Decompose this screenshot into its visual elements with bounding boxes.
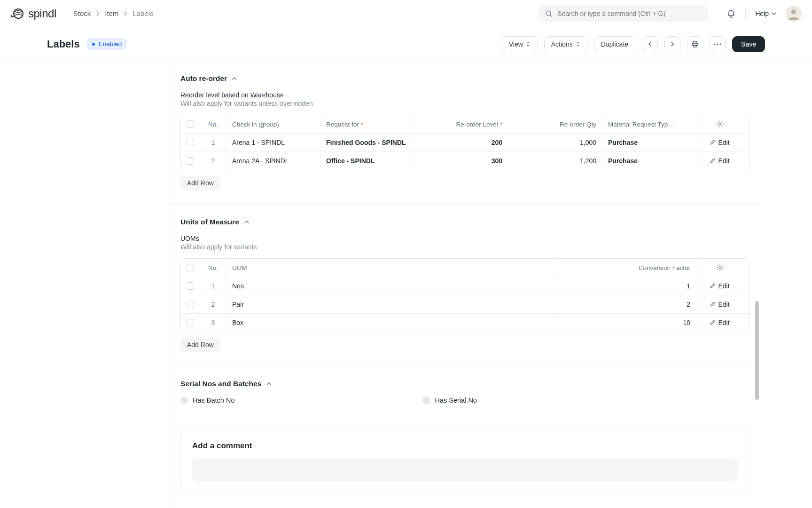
gear-icon [716,264,724,271]
table-row[interactable]: 1 Nos 1 Edit [181,277,750,295]
edit-button[interactable]: Edit [710,282,729,290]
edit-button[interactable]: Edit [710,319,729,326]
checkbox-icon [422,397,430,404]
scrollbar[interactable] [755,61,760,508]
section-hint: Will also apply for variants [180,243,750,251]
comment-input[interactable] [192,459,738,481]
view-button[interactable]: View [502,36,538,52]
section-header-reorder[interactable]: Auto re-order [180,74,750,83]
next-button[interactable] [664,36,680,52]
edit-button[interactable]: Edit [710,301,729,308]
has-batch-checkbox[interactable]: Has Batch No [180,397,234,404]
help-menu[interactable]: Help [755,10,776,17]
save-label: Save [741,40,756,48]
add-row-button[interactable]: Add Row [180,176,220,190]
section-subtitle: Reorder level based on Warehouse [180,91,750,99]
add-row-button[interactable]: Add Row [180,338,220,352]
svg-rect-6 [694,45,696,47]
print-button[interactable] [687,36,703,52]
row-checkbox[interactable] [187,301,194,308]
yarn-icon [10,8,24,19]
svg-point-3 [791,9,796,14]
comment-section: Add a comment [180,428,750,492]
table-row[interactable]: 1 Arena 1 - SPINDL Finished Goods - SPIN… [181,133,750,151]
chevron-left-icon [648,42,652,47]
table-row[interactable]: 2 Arena 2A - SPINDL Office - SPINDL 300 … [181,151,750,170]
table-config[interactable] [696,259,743,277]
pencil-icon [710,320,715,325]
svg-point-8 [717,43,718,45]
select-icon [526,41,531,47]
row-checkbox[interactable] [187,139,194,146]
section-title: Units of Measure [180,218,239,226]
edit-button[interactable]: Edit [710,139,729,146]
chevron-up-icon [244,219,250,225]
page-title: Labels [47,38,80,50]
status-dot-icon [92,43,95,46]
chevron-down-icon [772,11,776,16]
select-all-checkbox[interactable] [187,120,194,128]
page-header: Labels Enabled View Actions Duplicate Sa… [0,27,812,61]
col-mrt: Material Request Typ… [602,115,696,133]
breadcrumb-stock[interactable]: Stock [73,9,91,17]
breadcrumb-labels: Labels [133,9,153,17]
comment-title: Add a comment [192,441,738,451]
brand-name: spindl [28,7,56,20]
col-no: No. [200,115,226,133]
duplicate-button[interactable]: Duplicate [594,36,635,52]
svg-point-7 [714,43,715,45]
help-label: Help [755,10,769,17]
col-reorder-qty: Re-order Qty [508,115,602,133]
pencil-icon [710,302,715,307]
avatar[interactable] [786,6,802,22]
row-checkbox[interactable] [187,319,194,326]
row-checkbox[interactable] [187,157,194,165]
col-checkin: Check in (group) [226,115,320,133]
pencil-icon [710,158,715,164]
more-icon [714,43,721,45]
table-header: No. UOM Conversion Factor [181,259,750,277]
scrollbar-thumb[interactable] [755,301,759,400]
breadcrumb: Stock Item Labels [73,9,154,17]
uom-table: No. UOM Conversion Factor 1 Nos 1 Edit [180,258,750,332]
section-title: Auto re-order [180,74,227,83]
gear-icon [716,120,724,128]
section-subtitle: UOMs [180,235,750,242]
brand-logo[interactable]: spindl [10,7,56,20]
pencil-icon [710,283,715,289]
view-label: View [509,40,523,48]
svg-point-11 [719,267,721,269]
svg-point-10 [719,123,721,125]
row-checkbox[interactable] [187,282,194,290]
main-panel: Auto re-order Reorder level based on War… [169,61,761,508]
divider [745,8,746,19]
col-uom: UOM [226,259,555,277]
more-button[interactable] [710,36,726,52]
select-all-checkbox[interactable] [187,264,194,271]
table-row[interactable]: 3 Box 10 Edit [181,313,750,332]
actions-label: Actions [551,40,573,48]
prev-button[interactable] [642,36,658,52]
save-button[interactable]: Save [732,36,765,52]
status-label: Enabled [99,40,122,48]
bell-icon[interactable] [726,9,736,18]
chevron-up-icon [266,381,272,387]
search-input[interactable] [557,10,701,17]
chevron-right-icon [95,11,100,16]
section-header-uom[interactable]: Units of Measure [180,218,750,226]
actions-button[interactable]: Actions [544,36,587,52]
table-config[interactable] [696,115,743,133]
section-header-serial[interactable]: Serial Nos and Batches [180,380,750,388]
table-row[interactable]: 2 Pair 2 Edit [181,295,750,313]
global-search[interactable] [539,5,708,22]
has-serial-checkbox[interactable]: Has Serial No [422,397,476,404]
table-header: No. Check in (group) Request for* Re-ord… [181,115,750,133]
section-hint: Will also apply for variants unless over… [180,100,750,107]
left-gutter [0,61,169,508]
printer-icon [691,40,699,48]
chevron-up-icon [232,76,237,81]
pencil-icon [710,140,715,145]
breadcrumb-item[interactable]: Item [105,9,118,17]
checkbox-icon [180,397,188,404]
edit-button[interactable]: Edit [710,157,729,165]
